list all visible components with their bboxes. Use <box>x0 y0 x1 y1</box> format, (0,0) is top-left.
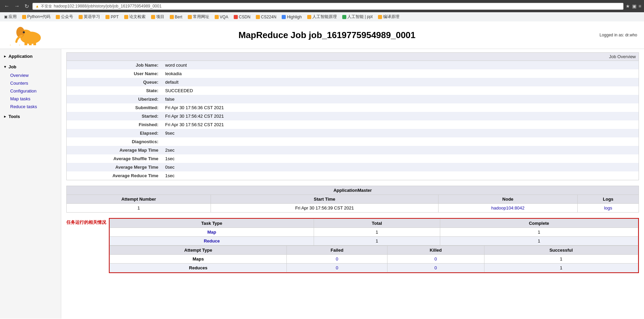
overview-label-8: Elapsed: <box>67 129 162 137</box>
as-reduces-failed[interactable]: 0 <box>336 265 338 270</box>
sidebar-link-overview[interactable]: Overview <box>7 71 61 79</box>
sidebar-tools-header[interactable]: ► Tools <box>0 112 61 121</box>
ts-map-link[interactable]: Map <box>207 230 216 235</box>
ts-col-total: Total <box>314 219 440 228</box>
overview-label-9: Diagnostics: <box>67 137 162 146</box>
ts-reduce-total: 1 <box>314 237 440 246</box>
bookmark-ai-ppt[interactable]: 人工智能 | ppt <box>341 13 374 20</box>
sidebar-job-header[interactable]: ▼ Job <box>0 62 61 71</box>
bookmark-ppt[interactable]: PPT <box>104 14 120 20</box>
bookmark-cs224n[interactable]: CS224N <box>254 14 278 20</box>
ts-row-map: Map 1 1 <box>110 228 638 237</box>
overview-value-12: 0sec <box>162 163 639 171</box>
sidebar-link-counters[interactable]: Counters <box>7 79 61 87</box>
overview-value-6: Fri Apr 30 17:56:42 CST 2021 <box>162 112 639 120</box>
security-warning-text: 不安全 <box>41 4 52 9</box>
overview-value-13: 1sec <box>162 171 639 180</box>
overview-label-11: Average Shuffle Time <box>67 154 162 163</box>
ts-col-complete: Complete <box>440 219 638 228</box>
star-icon[interactable]: ★ <box>626 3 630 9</box>
svg-text:hadoop: hadoop <box>10 44 32 45</box>
am-logs-link[interactable]: logs <box>604 205 612 211</box>
tools-arrow-icon: ► <box>3 115 7 118</box>
ts-reduce-link[interactable]: Reduce <box>204 238 220 244</box>
svg-rect-6 <box>33 43 36 45</box>
as-reduces-killed[interactable]: 0 <box>434 265 437 270</box>
bookmark-ai-principle[interactable]: 人工智能原理 <box>306 13 338 20</box>
am-node-link[interactable]: hadoop104:8042 <box>491 205 525 211</box>
bookmark-highligh[interactable]: Highligh <box>280 14 303 20</box>
sidebar-section-job: ▼ Job Overview Counters Configuration Ma… <box>0 62 61 111</box>
hadoop-logo: hadoop <box>7 25 54 45</box>
overview-label-1: User Name: <box>67 69 162 78</box>
menu-icon[interactable]: ≡ <box>639 3 641 9</box>
sidebar-application-header[interactable]: ► Application <box>0 52 61 61</box>
bookmark-paper[interactable]: 论文检索 <box>123 13 147 20</box>
as-col-killed: Killed <box>387 246 484 255</box>
bookmark-english[interactable]: 英语学习 <box>77 13 101 20</box>
sidebar-link-configuration[interactable]: Configuration <box>7 87 61 95</box>
bookmark-icon[interactable]: ▣ <box>632 3 637 9</box>
bookmark-compiler[interactable]: 编译原理 <box>377 13 401 20</box>
logo-area: hadoop <box>7 25 54 45</box>
as-reduces-label: Reduces <box>110 264 287 272</box>
page-header: hadoop MapReduce Job job_1619775954989_0… <box>0 21 644 49</box>
as-maps-label: Maps <box>110 255 287 264</box>
am-row: 1 Fri Apr 30 17:56:39 CST 2021 hadoop104… <box>67 204 639 213</box>
overview-label-5: Submitted: <box>67 103 162 112</box>
overview-value-4: false <box>162 95 639 103</box>
body-layout: ► Application ▼ Job Overview Counters Co… <box>0 49 644 319</box>
as-row-maps: Maps 0 0 1 <box>110 255 638 264</box>
security-warning-icon: ▲ <box>35 4 39 8</box>
job-overview-caption: Job Overview <box>66 52 639 61</box>
refresh-button[interactable]: ↻ <box>23 2 30 10</box>
application-master-table: ApplicationMaster Attempt Number Start T… <box>66 186 639 213</box>
sidebar-application-label: Application <box>9 54 33 59</box>
page-wrapper: hadoop MapReduce Job job_1619775954989_0… <box>0 21 644 319</box>
application-arrow-icon: ► <box>3 54 7 58</box>
ts-reduce-complete: 1 <box>440 237 638 246</box>
am-logs: logs <box>578 204 639 213</box>
overview-label-10: Average Map Time <box>67 146 162 154</box>
overview-value-8: 9sec <box>162 129 639 137</box>
bookmark-wechat[interactable]: 公众号 <box>54 13 75 20</box>
url-display[interactable]: hadoop102:19888/jobhistory/job/job_16197… <box>54 4 162 9</box>
forward-button[interactable]: → <box>13 2 21 10</box>
as-maps-successful: 1 <box>484 255 638 264</box>
bookmark-sites[interactable]: 常用网址 <box>186 13 211 20</box>
ts-row-reduce: Reduce 1 1 <box>110 237 638 246</box>
back-button[interactable]: ← <box>3 2 11 10</box>
attempt-summary-table: Attempt Type Failed Killed Successful Ma… <box>110 246 638 272</box>
job-overview-table: Job Overview Job Name:word countUser Nam… <box>66 52 639 180</box>
as-col-successful: Successful <box>484 246 638 255</box>
bookmark-bert[interactable]: Bert <box>168 14 184 20</box>
as-col-failed: Failed <box>287 246 387 255</box>
am-col-start: Start Time <box>211 195 438 204</box>
sidebar-link-reduce-tasks[interactable]: Reduce tasks <box>7 103 61 111</box>
ts-map-total: 1 <box>314 228 440 237</box>
sidebar-job-links: Overview Counters Configuration Map task… <box>0 71 61 111</box>
bookmark-project[interactable]: 项目 <box>150 13 166 20</box>
sidebar-section-application: ► Application <box>0 52 61 61</box>
as-maps-killed[interactable]: 0 <box>434 256 437 262</box>
bookmarks-bar: ▣ 应用 Python+代码 公众号 英语学习 PPT 论文检索 项目 Bert… <box>0 12 644 21</box>
sidebar-tools-label: Tools <box>9 114 20 119</box>
bookmark-apps[interactable]: ▣ 应用 <box>3 13 18 20</box>
as-col-type: Attempt Type <box>110 246 287 255</box>
overview-value-3: SUCCEEDED <box>162 86 639 95</box>
bookmark-vqa[interactable]: VQA <box>213 14 230 20</box>
bookmark-python[interactable]: Python+代码 <box>21 13 52 20</box>
page-title: MapReduce Job job_1619775954989_0001 <box>54 30 599 40</box>
overview-value-7: Fri Apr 30 17:56:52 CST 2021 <box>162 120 639 129</box>
sidebar-link-map-tasks[interactable]: Map tasks <box>7 95 61 103</box>
bookmark-csdn[interactable]: CSDN <box>232 14 252 20</box>
svg-point-3 <box>23 31 25 33</box>
overview-label-6: Started: <box>67 112 162 120</box>
as-maps-failed[interactable]: 0 <box>336 256 338 262</box>
overview-label-0: Job Name: <box>67 61 162 70</box>
browser-chrome: ← → ↻ ▲ 不安全 hadoop102:19888/jobhistory/j… <box>0 0 644 12</box>
overview-label-12: Average Merge Time <box>67 163 162 171</box>
am-title: ApplicationMaster <box>67 186 639 195</box>
sidebar-section-tools: ► Tools <box>0 112 61 121</box>
task-summary-wrapper: 任务运行的相关情况 Task Type Total Complete <box>66 218 639 279</box>
